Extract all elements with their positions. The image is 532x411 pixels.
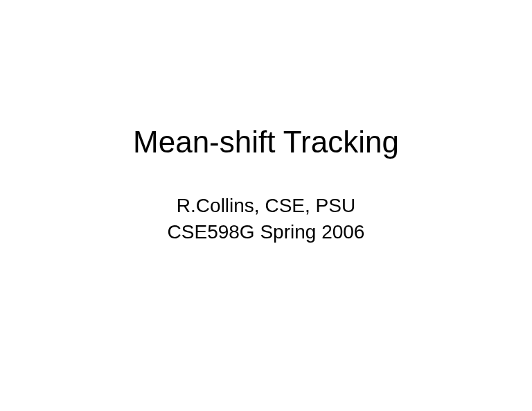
author-line: R.Collins, CSE, PSU (168, 193, 365, 219)
course-line: CSE598G Spring 2006 (168, 219, 365, 245)
slide-title: Mean-shift Tracking (133, 125, 399, 159)
slide: Mean-shift Tracking R.Collins, CSE, PSU … (0, 0, 532, 411)
slide-subtitle: R.Collins, CSE, PSU CSE598G Spring 2006 (168, 193, 365, 245)
